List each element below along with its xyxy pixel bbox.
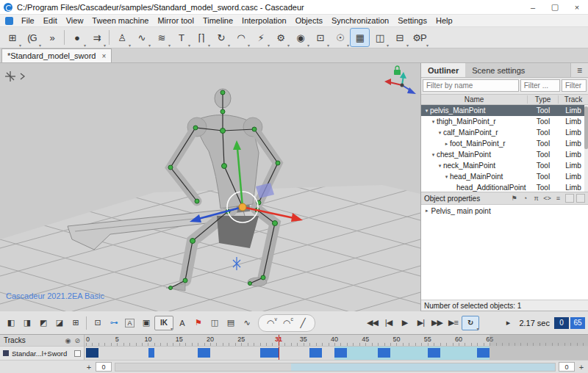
sphere-icon[interactable]: ◔ (520, 194, 530, 203)
prev-frame-button[interactable]: |◀ (381, 315, 396, 331)
menu-edit[interactable]: Edit (39, 16, 62, 25)
copy-panel-icon[interactable]: ◫ (207, 315, 222, 331)
tab-outliner[interactable]: Outliner (421, 63, 465, 77)
column-track[interactable]: Track (559, 95, 588, 104)
auto-interp-icon[interactable]: A (174, 315, 190, 331)
wave-key-icon[interactable]: ∿ (239, 315, 254, 331)
timeline-ruler[interactable]: 05101520253540455055606531 (85, 335, 588, 347)
key-tool-icon[interactable]: ⊶ (106, 315, 121, 331)
frame-start-box[interactable]: 0 (554, 317, 569, 329)
playhead[interactable] (279, 335, 279, 346)
track-checkbox[interactable] (74, 350, 81, 357)
interp-bezier-icon[interactable]: ◠v (262, 316, 279, 330)
mute-icon[interactable]: ⊘ (74, 337, 80, 344)
expand-arrow-icon[interactable]: ▾ (430, 152, 437, 158)
visibility-eye-icon[interactable]: ◉ (65, 337, 71, 344)
maximize-button[interactable]: ▢ (544, 0, 566, 14)
jump-end-button[interactable]: ▶▶ (429, 315, 445, 331)
speed-icon[interactable]: ▸ (500, 315, 515, 331)
loop-range[interactable] (334, 347, 490, 360)
layout-preset-2-icon[interactable]: ◨ (19, 315, 35, 331)
expand-arrow-icon[interactable]: ▸ (426, 208, 429, 214)
next-frame-button[interactable]: ▶| (413, 315, 429, 331)
tree-row[interactable]: ▾head_MainPointToolLimb (421, 171, 588, 182)
rotation-cycle-icon[interactable]: ↻▾ (212, 29, 230, 46)
track-label[interactable]: Standar...l+Sword (0, 347, 85, 360)
tree-row[interactable]: ▾neck_MainPointToolLimb (421, 160, 588, 171)
list-menu-icon[interactable]: ≡ (553, 194, 563, 203)
tree-row[interactable]: ▾thigh_MainPoint_rToolLimb (421, 116, 588, 127)
layout-preset-1-icon[interactable]: ◧ (3, 315, 18, 331)
filter-type-input[interactable] (520, 79, 560, 92)
trajectories-icon[interactable]: ≋▾ (152, 29, 171, 46)
step-arrows-icon[interactable]: ⇉▾ (87, 29, 106, 46)
menu-timeline[interactable]: Timeline (198, 16, 237, 25)
app-menu-icon[interactable] (5, 17, 13, 25)
code-icon[interactable]: <> (542, 194, 552, 203)
filter-track-input[interactable] (562, 79, 587, 92)
keyframe-segment[interactable] (428, 348, 440, 358)
tree-row[interactable]: ▾chest_MainPointToolLimb (421, 149, 588, 160)
panel-menu-icon[interactable]: ≡ (570, 63, 588, 77)
keyframe-segment[interactable] (86, 348, 98, 358)
menu-tween-machine[interactable]: Tween machine (87, 16, 153, 25)
menu-help[interactable]: Help (431, 16, 457, 25)
zoom-right-value[interactable]: 0 (559, 362, 575, 372)
interp-clamp-icon[interactable]: ◠c (279, 316, 295, 330)
auto-a-icon[interactable]: A (122, 315, 137, 331)
pin-flag-icon[interactable]: ⚑ (509, 194, 519, 203)
timeline-scrollbar[interactable] (115, 363, 556, 372)
expand-arrow-icon[interactable]: ▸ (443, 141, 450, 147)
expand-arrow-icon[interactable]: ▾ (437, 163, 443, 169)
menu-settings[interactable]: Settings (393, 16, 431, 25)
tab-close-icon[interactable]: × (101, 52, 106, 60)
expand-arrow-icon[interactable]: ▾ (443, 174, 450, 180)
layout-preset-3-icon[interactable]: ◩ (35, 315, 51, 331)
expand-arrow-icon[interactable]: ▾ (430, 119, 437, 125)
record-icon[interactable]: ●▾ (68, 29, 86, 46)
snap-keys-icon[interactable]: ⊡ (90, 315, 105, 331)
frame-end-box[interactable]: 65 (570, 317, 585, 329)
select-arrow-icon[interactable]: » (43, 29, 61, 46)
close-button[interactable]: × (566, 0, 588, 14)
tree-row[interactable]: ▾pelvis_MainPointToolLimb (421, 105, 588, 116)
tab-scene-settings[interactable]: Scene settings (465, 63, 531, 77)
layout-panels-icon[interactable]: ◫▾ (370, 29, 389, 46)
tree-scrollbar[interactable] (584, 105, 588, 192)
zoom-left-value[interactable]: 0 (96, 362, 112, 372)
mirror-panel-icon[interactable]: ▤ (223, 315, 238, 331)
keyframe-segment[interactable] (148, 348, 154, 358)
tween-t-icon[interactable]: T▾ (172, 29, 190, 46)
menu-interpolation[interactable]: Interpolation (237, 16, 291, 25)
keyframe-segment[interactable] (309, 348, 322, 358)
flag-icon[interactable]: ⚑ (190, 315, 206, 331)
camera-icon[interactable]: ◉▾ (291, 29, 309, 46)
spiral-icon[interactable]: ☉▾ (331, 29, 349, 46)
layout-panels-alt-icon[interactable]: ⊟▾ (390, 29, 409, 46)
document-tab[interactable]: *Standard_model_sword × (1, 48, 112, 62)
menu-synchronization[interactable]: Synchronization (327, 16, 393, 25)
tree-scrollbar-thumb[interactable] (584, 106, 588, 149)
zoom-in-right-button[interactable]: + (576, 362, 587, 372)
tree-row[interactable]: ▾calf_MainPoint_rToolLimb (421, 127, 588, 138)
grid-snap-icon[interactable]: ▦ (351, 29, 369, 46)
playhead[interactable] (279, 347, 279, 360)
menu-mirror-tool[interactable]: Mirror tool (153, 16, 198, 25)
interp-linear-icon[interactable]: ╱ (295, 316, 311, 330)
keyframe-segment[interactable] (378, 348, 390, 358)
physics-settings-icon[interactable]: ⚙P▾ (410, 29, 429, 46)
column-type[interactable]: Type (528, 95, 559, 104)
character-pose-icon[interactable]: ♙▾ (112, 29, 131, 46)
zoom-in-left-button[interactable]: + (84, 362, 94, 372)
filter-name-input[interactable] (423, 79, 519, 92)
physics-gear-icon[interactable]: ⚙▾ (271, 29, 290, 46)
play-range-icon[interactable]: ▶≡ (445, 315, 461, 331)
jump-start-button[interactable]: ◀◀ (365, 315, 380, 331)
menu-file[interactable]: File (17, 16, 39, 25)
box-a-icon[interactable]: ▣ (138, 315, 154, 331)
keyframe-segment[interactable] (334, 348, 347, 358)
timeline-scrollbar-thumb[interactable] (291, 363, 555, 371)
minimize-button[interactable]: – (522, 0, 544, 14)
expand-arrow-icon[interactable]: ▾ (437, 130, 443, 136)
keyframe-segment[interactable] (198, 348, 210, 358)
